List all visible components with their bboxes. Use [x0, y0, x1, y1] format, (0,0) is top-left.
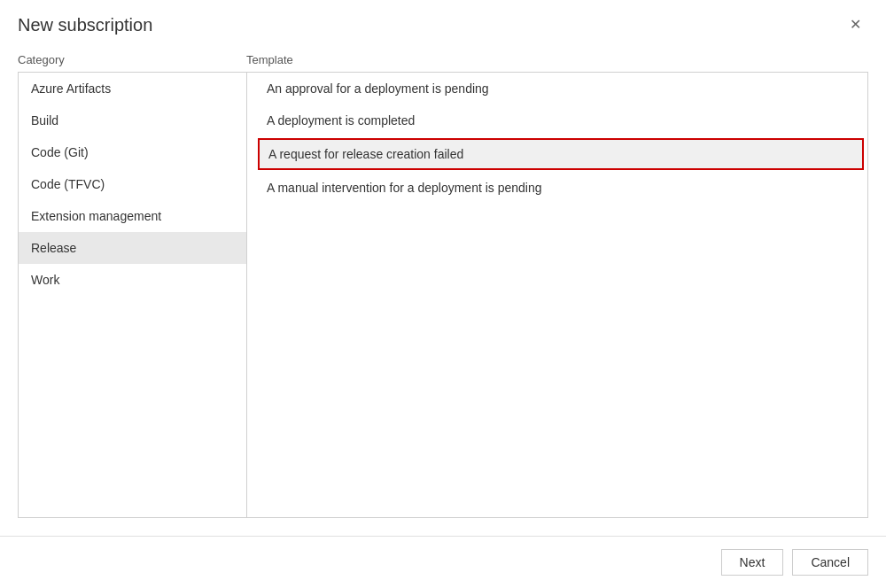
panels-container: Azure Artifacts Build Code (Git) Code (T… [18, 72, 868, 518]
template-panel: An approval for a deployment is pending … [254, 73, 867, 517]
next-button[interactable]: Next [721, 549, 784, 576]
template-item-release-creation-failed[interactable]: A request for release creation failed [258, 138, 864, 170]
column-headers: Category Template [18, 53, 868, 66]
category-item-release[interactable]: Release [19, 232, 246, 264]
category-item-code-tfvc[interactable]: Code (TFVC) [19, 168, 246, 200]
template-column-header: Template [246, 53, 868, 66]
close-button[interactable]: ✕ [843, 14, 868, 35]
dialog-overlay: New subscription ✕ Category Template Azu… [0, 0, 886, 588]
category-panel: Azure Artifacts Build Code (Git) Code (T… [19, 73, 247, 517]
dialog-footer: Next Cancel [0, 536, 886, 588]
dialog-title: New subscription [18, 15, 152, 35]
category-item-build[interactable]: Build [19, 104, 246, 136]
template-item-approval-pending[interactable]: An approval for a deployment is pending [254, 73, 867, 104]
category-column-header: Category [18, 53, 246, 66]
template-item-deployment-completed[interactable]: A deployment is completed [254, 104, 867, 136]
category-item-azure-artifacts[interactable]: Azure Artifacts [19, 73, 246, 104]
dialog-header: New subscription ✕ [0, 0, 886, 44]
category-item-extension-management[interactable]: Extension management [19, 200, 246, 232]
new-subscription-dialog: New subscription ✕ Category Template Azu… [0, 0, 886, 588]
category-item-code-git[interactable]: Code (Git) [19, 136, 246, 168]
template-item-manual-intervention[interactable]: A manual intervention for a deployment i… [254, 172, 867, 204]
category-item-work[interactable]: Work [19, 264, 246, 296]
cancel-button[interactable]: Cancel [792, 549, 868, 576]
dialog-body: Category Template Azure Artifacts Build … [0, 44, 886, 536]
